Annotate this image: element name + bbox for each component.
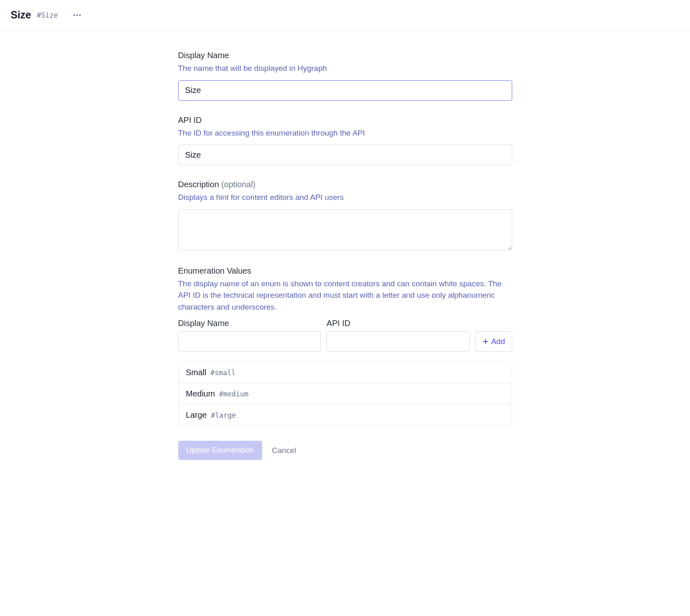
- add-button-label: Add: [491, 337, 505, 346]
- api-id-hint: The ID for accessing this enumeration th…: [178, 127, 512, 139]
- enum-apiid-label: API ID: [327, 319, 470, 328]
- page-id-tag: #Size: [37, 11, 58, 19]
- description-input[interactable]: [178, 209, 512, 250]
- enum-displayname-label: Display Name: [178, 319, 321, 328]
- field-description: Description (optional) Displays a hint f…: [178, 180, 512, 251]
- enum-add-row: Display Name API ID Add: [178, 319, 512, 352]
- description-hint: Displays a hint for content editors and …: [178, 192, 512, 204]
- add-button[interactable]: Add: [475, 331, 512, 352]
- display-name-label: Display Name: [178, 51, 512, 60]
- field-display-name: Display Name The name that will be displ…: [178, 51, 512, 101]
- enum-title: Enumeration Values: [178, 266, 512, 276]
- action-row: Update Enumeration Cancel: [178, 441, 512, 460]
- description-optional: (optional): [221, 180, 255, 189]
- more-icon[interactable]: [72, 13, 82, 18]
- display-name-hint: The name that will be displayed in Hygra…: [178, 63, 512, 75]
- enum-item-id: #small: [211, 369, 236, 377]
- enum-item-id: #medium: [219, 390, 249, 398]
- enum-apiid-col: API ID: [327, 319, 470, 352]
- enum-displayname-input[interactable]: [178, 331, 321, 352]
- enum-item[interactable]: Medium #medium: [179, 383, 512, 405]
- enum-item-id: #large: [211, 411, 236, 419]
- enum-list: Small #small Medium #medium Large #large: [178, 362, 512, 426]
- enum-section: Enumeration Values The display name of a…: [178, 266, 512, 426]
- enum-item[interactable]: Small #small: [179, 362, 512, 383]
- form-container: Display Name The name that will be displ…: [178, 30, 512, 476]
- enum-item-name: Medium: [186, 389, 215, 399]
- enum-item-name: Large: [186, 410, 207, 420]
- description-label-text: Description: [178, 180, 219, 189]
- enum-item[interactable]: Large #large: [179, 405, 512, 426]
- display-name-input[interactable]: [178, 80, 512, 101]
- enum-apiid-input[interactable]: [327, 331, 470, 352]
- page-header: Size #Size: [0, 0, 690, 30]
- field-api-id: API ID The ID for accessing this enumera…: [178, 116, 512, 165]
- api-id-label: API ID: [178, 116, 512, 125]
- api-id-input[interactable]: [178, 145, 512, 165]
- description-label: Description (optional): [178, 180, 512, 189]
- plus-icon: [482, 338, 489, 345]
- cancel-button[interactable]: Cancel: [272, 446, 296, 455]
- enum-hint: The display name of an enum is shown to …: [178, 278, 512, 313]
- page-title: Size: [11, 9, 31, 21]
- enum-item-name: Small: [186, 368, 207, 377]
- enum-displayname-col: Display Name: [178, 319, 321, 352]
- update-enumeration-button[interactable]: Update Enumeration: [178, 441, 262, 460]
